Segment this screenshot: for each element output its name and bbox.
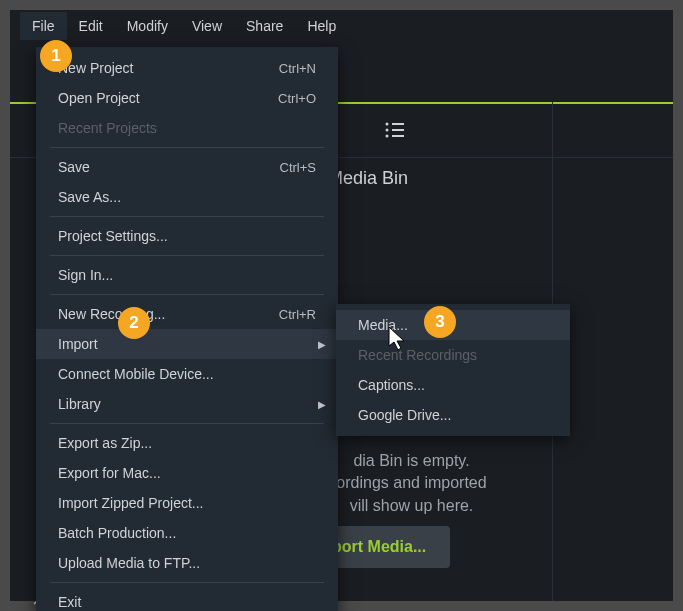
annotation-badge-1: 1 bbox=[40, 40, 72, 72]
mi-label: Save bbox=[58, 159, 90, 175]
mi-label: Project Settings... bbox=[58, 228, 168, 244]
mi-shortcut: Ctrl+O bbox=[278, 91, 316, 106]
mi-label: Import bbox=[58, 336, 98, 352]
menu-separator bbox=[50, 294, 324, 295]
menu-item-project-settings[interactable]: Project Settings... bbox=[36, 221, 338, 251]
svg-point-4 bbox=[386, 134, 389, 137]
media-bin-label: Media Bin bbox=[328, 168, 408, 189]
menu-item-save-as[interactable]: Save As... bbox=[36, 182, 338, 212]
mi-label: Recent Projects bbox=[58, 120, 157, 136]
menu-item-import-zipped[interactable]: Import Zipped Project... bbox=[36, 488, 338, 518]
mi-label: Import Zipped Project... bbox=[58, 495, 204, 511]
menu-modify[interactable]: Modify bbox=[115, 12, 180, 40]
mi-label: Upload Media to FTP... bbox=[58, 555, 200, 571]
submenu-arrow-icon: ▶ bbox=[318, 399, 326, 410]
mi-shortcut: Ctrl+N bbox=[279, 61, 316, 76]
mi-label: Open Project bbox=[58, 90, 140, 106]
mouse-cursor-icon bbox=[388, 326, 408, 352]
mi-label: Connect Mobile Device... bbox=[58, 366, 214, 382]
svg-point-2 bbox=[386, 128, 389, 131]
annotation-badge-2: 2 bbox=[118, 307, 150, 339]
menu-edit[interactable]: Edit bbox=[67, 12, 115, 40]
mi-label: Recent Recordings bbox=[358, 347, 477, 363]
menu-item-upload-ftp[interactable]: Upload Media to FTP... bbox=[36, 548, 338, 578]
mi-label: Google Drive... bbox=[358, 407, 451, 423]
mi-shortcut: Ctrl+R bbox=[279, 307, 316, 322]
menu-item-save[interactable]: Save Ctrl+S bbox=[36, 152, 338, 182]
menu-share[interactable]: Share bbox=[234, 12, 295, 40]
mi-shortcut: Ctrl+S bbox=[280, 160, 316, 175]
mi-label: Exit bbox=[58, 594, 81, 610]
mi-label: Batch Production... bbox=[58, 525, 176, 541]
menu-separator bbox=[50, 582, 324, 583]
menu-item-import[interactable]: Import ▶ bbox=[36, 329, 338, 359]
menu-view[interactable]: View bbox=[180, 12, 234, 40]
menu-item-library[interactable]: Library ▶ bbox=[36, 389, 338, 419]
menu-item-export-zip[interactable]: Export as Zip... bbox=[36, 428, 338, 458]
menu-item-new-recording[interactable]: New Recording... Ctrl+R bbox=[36, 299, 338, 329]
menu-file[interactable]: File bbox=[20, 12, 67, 40]
menu-separator bbox=[50, 255, 324, 256]
menu-item-exit[interactable]: Exit bbox=[36, 587, 338, 611]
mi-label: Save As... bbox=[58, 189, 121, 205]
list-icon bbox=[384, 121, 406, 139]
menu-separator bbox=[50, 147, 324, 148]
tab-list[interactable] bbox=[340, 102, 450, 158]
submenu-arrow-icon: ▶ bbox=[318, 339, 326, 350]
menu-separator bbox=[50, 216, 324, 217]
mi-label: Sign In... bbox=[58, 267, 113, 283]
menu-item-connect-mobile[interactable]: Connect Mobile Device... bbox=[36, 359, 338, 389]
menu-item-sign-in[interactable]: Sign In... bbox=[36, 260, 338, 290]
menu-item-open-project[interactable]: Open Project Ctrl+O bbox=[36, 83, 338, 113]
mi-label: Library bbox=[58, 396, 101, 412]
menu-help[interactable]: Help bbox=[295, 12, 348, 40]
submenu-item-recent-recordings: Recent Recordings bbox=[336, 340, 570, 370]
menu-item-new-project[interactable]: New Project Ctrl+N bbox=[36, 53, 338, 83]
submenu-item-google-drive[interactable]: Google Drive... bbox=[336, 400, 570, 430]
svg-point-0 bbox=[386, 122, 389, 125]
menu-item-recent-projects: Recent Projects bbox=[36, 113, 338, 143]
menu-item-export-mac[interactable]: Export for Mac... bbox=[36, 458, 338, 488]
app-window: File Edit Modify View Share Help Media B… bbox=[10, 10, 673, 601]
mi-label: Export as Zip... bbox=[58, 435, 152, 451]
annotation-badge-3: 3 bbox=[424, 306, 456, 338]
submenu-item-captions[interactable]: Captions... bbox=[336, 370, 570, 400]
menu-item-batch-production[interactable]: Batch Production... bbox=[36, 518, 338, 548]
file-menu-dropdown: New Project Ctrl+N Open Project Ctrl+O R… bbox=[36, 47, 338, 611]
menu-separator bbox=[50, 423, 324, 424]
menu-bar: File Edit Modify View Share Help bbox=[10, 10, 673, 42]
mi-label: Captions... bbox=[358, 377, 425, 393]
mi-label: Export for Mac... bbox=[58, 465, 161, 481]
